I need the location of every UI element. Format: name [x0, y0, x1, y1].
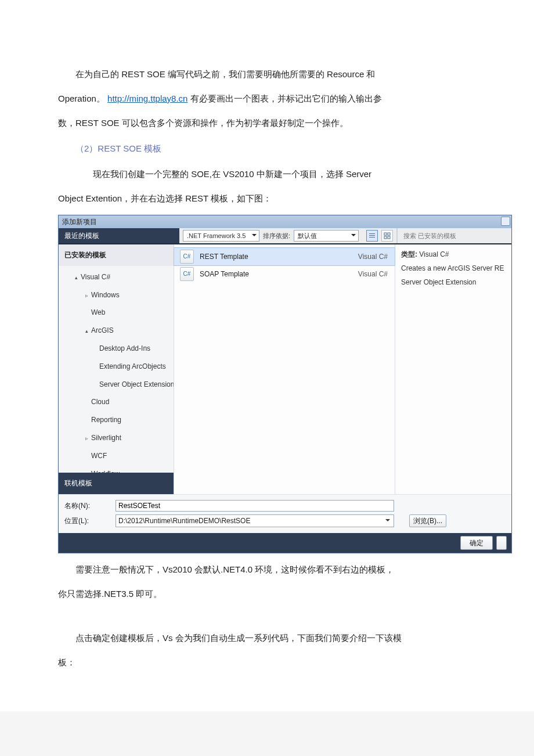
add-new-project-dialog: 添加新项目 最近的模板 .NET Framework 3.5 排序依据: 默认值	[58, 215, 512, 553]
template-tree[interactable]: ▴Visual C#▹WindowsWeb▴ArcGISDesktop Add-…	[59, 266, 174, 473]
text: 板：	[58, 657, 75, 667]
tree-arrow-icon: ▴	[85, 325, 91, 338]
name-row: 名称(N):	[64, 498, 506, 513]
preview-type-value: Visual C#	[417, 250, 449, 258]
tree-node[interactable]: ▹Windows	[59, 286, 174, 304]
cancel-button-cut[interactable]	[496, 536, 507, 550]
svg-rect-0	[369, 233, 375, 234]
template-icon: C#	[180, 267, 194, 281]
text: Operation。	[58, 93, 105, 103]
grid-icon	[384, 232, 391, 239]
templates-sidebar: 已安装的模板 ▴Visual C#▹WindowsWeb▴ArcGISDeskt…	[59, 244, 174, 494]
tree-node[interactable]: Cloud	[59, 393, 174, 411]
installed-templates-header[interactable]: 已安装的模板	[59, 244, 174, 266]
svg-rect-4	[388, 233, 390, 235]
combo-value: 默认值	[298, 228, 317, 243]
location-value: D:\2012\Runtime\RuntimeDEMO\RestSOE	[118, 513, 250, 530]
preview-type-label: 类型:	[401, 250, 417, 258]
tree-node[interactable]: Reporting	[59, 411, 174, 429]
view-grid-button[interactable]	[381, 230, 393, 242]
name-label: 名称(N):	[64, 498, 111, 514]
section-heading: （2）REST SOE 模板	[58, 138, 476, 159]
text: 在为自己的 REST SOE 编写代码之前，我们需要明确他所需要的 Resour…	[75, 69, 375, 79]
tree-node-label: Reporting	[91, 416, 121, 424]
tree-node[interactable]: Workflow	[59, 465, 174, 473]
tree-arrow-icon: ▹	[85, 433, 91, 445]
dialog-titlebar[interactable]: 添加新项目	[59, 215, 511, 228]
text: 有必要画出一个图表，并标记出它们的输入输出参	[190, 93, 382, 103]
text: 数，REST SOE 可以包含多个资源和操作，作为初学者最好制定一个操作。	[58, 118, 348, 128]
text: 点击确定创建模板后，Vs 会为我们自动生成一系列代码，下面我们简要介绍一下该模	[75, 633, 402, 643]
window-button[interactable]	[501, 217, 510, 226]
ok-button[interactable]: 确定	[460, 536, 493, 550]
view-list-button[interactable]	[366, 230, 378, 242]
tree-arrow-icon: ▴	[75, 272, 81, 285]
framework-combo[interactable]: .NET Framework 3.5	[183, 230, 259, 242]
tree-node-label: Web	[91, 308, 105, 316]
text: （2）REST SOE 模板	[75, 143, 161, 153]
dialog-bottom-bar: 确定	[59, 533, 511, 553]
text: 已安装的模板	[64, 251, 106, 259]
template-preview-pane: 类型: Visual C# Creates a new ArcGIS Serve…	[395, 244, 511, 494]
svg-rect-1	[369, 235, 375, 236]
dialog-title-text: 添加新项目	[62, 214, 97, 231]
tree-node-label: Cloud	[91, 398, 109, 406]
tree-node[interactable]: Server Object Extensions	[59, 376, 174, 394]
name-input[interactable]	[116, 500, 394, 512]
combo-value: .NET Framework 3.5	[187, 228, 246, 243]
template-item[interactable]: C#REST TemplateVisual C#	[174, 248, 395, 265]
tree-node[interactable]: ▹Silverlight	[59, 429, 174, 447]
text: 需要注意一般情况下，Vs2010 会默认.NET4.0 环境，这时候你看不到右边…	[75, 564, 394, 574]
tree-node[interactable]: Extending ArcObjects	[59, 358, 174, 376]
tree-node-label: ArcGIS	[91, 326, 114, 334]
sort-by-label: 排序依据:	[263, 228, 290, 243]
template-name: REST Template	[200, 249, 352, 265]
location-label: 位置(L):	[64, 513, 111, 530]
search-input[interactable]	[402, 232, 507, 240]
tree-node-label: Extending ArcObjects	[99, 362, 166, 370]
svg-rect-6	[388, 236, 390, 239]
template-icon: C#	[180, 250, 194, 264]
dialog-body: 已安装的模板 ▴Visual C#▹WindowsWeb▴ArcGISDeskt…	[59, 244, 511, 494]
text: 联机模板	[64, 479, 92, 487]
paragraph: 需要注意一般情况下，Vs2010 会默认.NET4.0 环境，这时候你看不到右边…	[58, 559, 476, 580]
dialog-fields: 名称(N): 位置(L): D:\2012\Runtime\RuntimeDEM…	[59, 494, 511, 533]
location-row: 位置(L): D:\2012\Runtime\RuntimeDEMO\RestS…	[64, 513, 506, 528]
toolbar-middle: .NET Framework 3.5 排序依据: 默认值	[179, 228, 396, 243]
tree-node-label: WCF	[91, 452, 107, 460]
tree-node-label: Server Object Extensions	[99, 380, 174, 388]
tree-node-label: Silverlight	[91, 434, 121, 442]
paragraph: 现在我们创建一个完整的 SOE,在 VS2010 中新建一个项目，选择 Serv…	[58, 164, 476, 185]
paragraph: 板：	[58, 652, 476, 673]
tree-node[interactable]: ▴Visual C#	[59, 268, 174, 286]
location-combo[interactable]: D:\2012\Runtime\RuntimeDEMO\RestSOE	[116, 514, 394, 527]
tree-node[interactable]: Web	[59, 304, 174, 322]
link[interactable]: http://ming.ttplay8.cn	[107, 93, 187, 103]
svg-rect-2	[369, 237, 375, 237]
sort-by-combo[interactable]: 默认值	[294, 230, 359, 242]
text: 你只需选择.NET3.5 即可。	[58, 589, 162, 599]
paragraph: 数，REST SOE 可以包含多个资源和操作，作为初学者最好制定一个操作。	[58, 113, 476, 134]
text: 现在我们创建一个完整的 SOE,在 VS2010 中新建一个项目，选择 Serv…	[93, 169, 371, 179]
browse-button[interactable]: 浏览(B)...	[409, 514, 446, 527]
svg-rect-3	[384, 233, 387, 235]
template-item[interactable]: C#SOAP TemplateVisual C#	[174, 265, 395, 283]
template-language: Visual C#	[358, 249, 388, 265]
preview-type-line: 类型: Visual C#	[401, 249, 506, 260]
paragraph: Operation。 http://ming.ttplay8.cn 有必要画出一…	[58, 88, 476, 109]
tree-node[interactable]: Desktop Add-Ins	[59, 340, 174, 358]
document-page: 在为自己的 REST SOE 编写代码之前，我们需要明确他所需要的 Resour…	[0, 0, 534, 711]
dialog-toolbar: 最近的模板 .NET Framework 3.5 排序依据: 默认值	[59, 228, 511, 244]
search-box[interactable]	[396, 228, 511, 243]
preview-desc-line1: Creates a new ArcGIS Server RE	[401, 263, 506, 273]
recent-templates-header[interactable]: 最近的模板	[59, 228, 179, 243]
svg-rect-5	[384, 236, 387, 239]
tree-node[interactable]: WCF	[59, 447, 174, 465]
tree-node[interactable]: ▴ArcGIS	[59, 322, 174, 340]
text: Object Extention，并在右边选择 REST 模板，如下图：	[58, 193, 272, 203]
paragraph: 点击确定创建模板后，Vs 会为我们自动生成一系列代码，下面我们简要介绍一下该模	[58, 628, 476, 649]
tree-node-label: Windows	[91, 291, 120, 299]
online-templates-footer[interactable]: 联机模板	[59, 473, 174, 494]
template-list: C#REST TemplateVisual C#C#SOAP TemplateV…	[174, 244, 395, 494]
tree-node-label: Desktop Add-Ins	[99, 344, 150, 352]
